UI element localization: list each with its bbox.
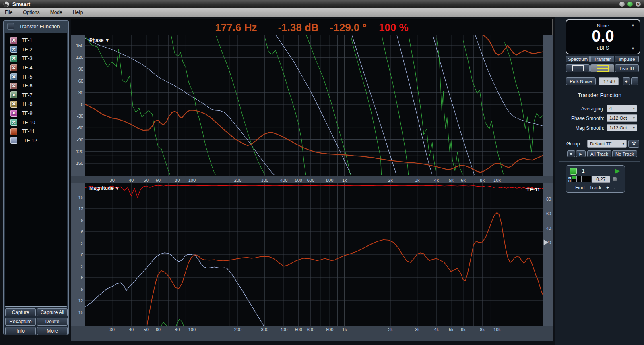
trace-label[interactable]: TF-12 [22,137,57,144]
svg-text:500: 500 [295,327,302,332]
svg-text:4k: 4k [434,178,439,183]
svg-text:80: 80 [175,327,180,332]
panel-header: Transfer Function [4,21,68,32]
split-pane-view-button[interactable] [590,64,614,72]
meter-unit-dropdown-icon[interactable]: ▼ [631,46,635,50]
trace-row-tf-1[interactable]: ✕TF-1 [5,36,67,45]
more-button[interactable]: More [37,327,68,335]
trace-color-checkbox[interactable]: ✕ [10,46,17,53]
magnitude-plot[interactable]: 15129630-3-6-9-12-1530405060801002003004… [71,183,553,341]
trace-row-tf-5[interactable]: ✕TF-5 [5,72,67,81]
level-plus-button[interactable]: + [623,77,630,85]
track-minus-button[interactable]: - [614,185,615,191]
trace-color-checkbox[interactable]: ✕ [10,55,17,62]
track-plus-button[interactable]: + [606,185,609,191]
svg-text:100: 100 [188,178,196,183]
trace-row-tf-11[interactable]: TF-11 [5,127,67,136]
live-ir-button[interactable]: Live IR [615,64,639,72]
trace-color-checkbox[interactable]: ✕ [10,91,17,98]
trace-color-checkbox[interactable]: ✕ [10,110,17,117]
tab-spectrum[interactable]: Spectrum [566,56,590,62]
trace-row-tf-7[interactable]: ✕TF-7 [5,91,67,100]
svg-text:6: 6 [81,229,83,234]
svg-text:5k: 5k [449,327,454,332]
svg-text:90: 90 [78,67,83,71]
readout-frequency: 177.6 Hz [215,21,257,34]
trace-row-tf-4[interactable]: ✕TF-4 [5,63,67,73]
svg-text:-12: -12 [77,298,83,303]
recapture-button[interactable]: Recapture [5,318,36,326]
trace-color-checkbox[interactable]: ✕ [10,101,17,108]
svg-text:600: 600 [307,178,314,183]
trace-row-tf-2[interactable]: ✕TF-2 [5,45,67,54]
menu-help[interactable]: Help [73,10,83,15]
smaart-logo-icon [3,1,9,7]
no-track-button[interactable]: No Track [612,150,637,157]
info-button[interactable]: Info [5,327,36,335]
tab-impulse[interactable]: Impulse [615,56,639,62]
menu-options[interactable]: Options [23,10,39,15]
trace-list: ✕TF-1✕TF-2✕TF-3✕TF-4✕TF-5✕TF-6✕TF-7✕TF-8… [5,33,67,307]
phase-plot[interactable]: 1501209060300-30-60-90-120-1503040506080… [71,35,553,183]
trace-color-checkbox[interactable]: ✕ [10,119,17,126]
panel-collapse-button[interactable] [7,23,14,30]
track-button[interactable]: Track [589,185,601,191]
averaging-value: 4 [609,106,612,111]
svg-text:Magnitude ▼: Magnitude ▼ [89,185,120,191]
mag-smooth-select[interactable]: 1/12 Oct ▾ [607,124,637,131]
maximize-button[interactable]: + [627,2,633,7]
svg-text:8k: 8k [480,327,485,332]
trace-label: TF-6 [22,83,32,89]
trace-label: TF-8 [22,101,32,107]
averaging-select[interactable]: 4 ▾ [607,105,637,112]
trace-color-checkbox[interactable] [10,128,17,135]
trace-row-tf-8[interactable]: ✕TF-8 [5,100,67,109]
chevron-down-icon: ▾ [633,126,635,130]
level-minus-button[interactable]: - [631,77,638,85]
svg-text:1k: 1k [342,178,347,183]
minimize-button[interactable]: − [619,2,625,7]
single-pane-view-button[interactable] [566,64,590,72]
track-active-indicator[interactable] [570,168,577,175]
svg-text:2k: 2k [388,327,393,332]
play-icon: ▶ [580,152,582,156]
capture-button[interactable]: Capture [5,308,36,316]
svg-text:30: 30 [110,178,115,183]
generator-level-field[interactable]: -17 dB [599,77,619,85]
close-button[interactable]: ✕ [636,2,641,7]
svg-text:1k: 1k [342,327,347,332]
trace-color-checkbox[interactable]: ✕ [10,37,17,44]
phase-smooth-select[interactable]: 1/12 Oct ▾ [607,114,637,122]
delete-button[interactable]: Delete [37,318,68,326]
menu-mode[interactable]: Mode [50,10,62,15]
pink-noise-button[interactable]: Pink Noise [566,77,596,85]
track-gain-field[interactable]: 0.27 [592,176,610,183]
meter-unit: dBFS [566,45,640,51]
trace-color-checkbox[interactable] [10,137,17,144]
trace-row-tf-9[interactable]: ✕TF-9 [5,109,67,118]
svg-text:12: 12 [78,206,83,211]
svg-text:Phase ▼: Phase ▼ [89,37,110,43]
trace-row-tf-12[interactable]: TF-12 [5,136,67,145]
svg-text:2k: 2k [388,178,393,183]
group-select[interactable]: Default TF ▾ [587,140,627,148]
trace-label: TF-4 [22,65,32,71]
tab-transfer[interactable]: Transfer [590,56,614,62]
track-play-icon[interactable] [615,169,620,174]
trace-row-tf-6[interactable]: ✕TF-6 [5,81,67,91]
find-button[interactable]: Find [575,185,584,191]
trace-row-tf-3[interactable]: ✕TF-3 [5,54,67,63]
all-track-button[interactable]: All Track [587,150,611,157]
svg-text:300: 300 [261,327,268,332]
track-record-indicator[interactable] [613,177,617,181]
trace-color-checkbox[interactable]: ✕ [10,73,17,80]
capture-all-button[interactable]: Capture All [37,308,68,316]
group-manager-button[interactable]: ⚒ [628,140,639,148]
svg-text:3k: 3k [415,327,420,332]
menu-file[interactable]: File [5,10,12,15]
trace-row-tf-10[interactable]: ✕TF-10 [5,118,67,127]
stop-button[interactable]: ■ [567,150,575,157]
play-button[interactable]: ▶ [576,150,586,157]
trace-color-checkbox[interactable]: ✕ [10,83,17,89]
trace-color-checkbox[interactable]: ✕ [10,64,17,71]
